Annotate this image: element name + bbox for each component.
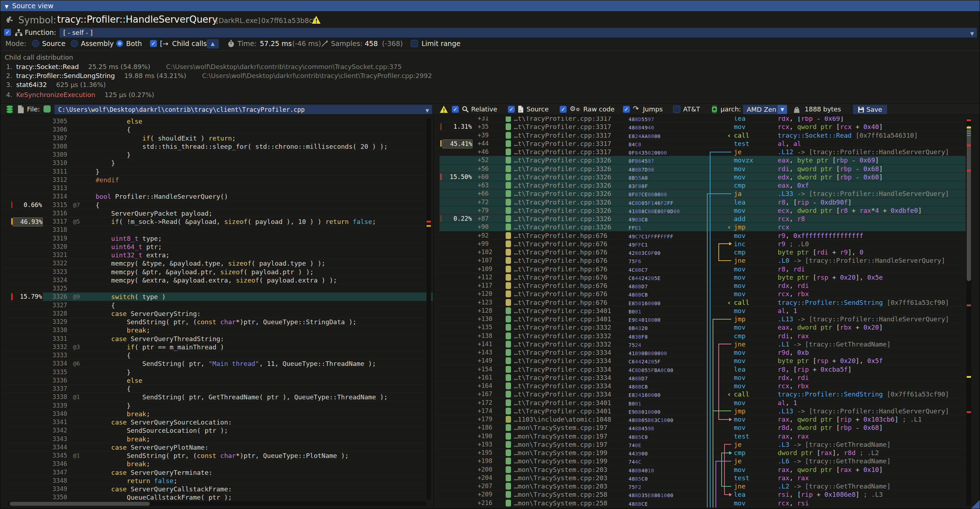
source-line[interactable]: 3327 { [3, 301, 433, 310]
radio-source-label[interactable]: Source [42, 40, 65, 48]
asm-row[interactable]: +216…mon\TracySystem.cpp:258488BCEmovrcx… [434, 499, 966, 507]
chevron-down-icon[interactable]: ▼ [778, 105, 787, 114]
source-line[interactable]: 3333 { [3, 351, 433, 359]
asm-row[interactable]: +79…t\TracyProfiler.cpp:3326418B8C80E0BF… [434, 206, 966, 215]
chevron-down-icon[interactable]: ▼ [425, 106, 429, 115]
asm-row[interactable]: +102…t\TracyProfiler.hpp:67642803C0F00cm… [434, 248, 966, 256]
asm-row[interactable]: +204…mon\TracySystem.cpp:2034885C0testra… [434, 474, 966, 482]
resize-grip[interactable] [970, 499, 980, 509]
asm-row[interactable]: +46…t\TracyProfiler.cpp:33170F8435020000… [434, 148, 966, 156]
asm-row[interactable]: +107…t\TracyProfiler.hpp:67675F6jne.L0 -… [434, 256, 966, 264]
source-line[interactable]: 3323 memcpy( &ptr, &payload.ptr, sizeof(… [3, 268, 433, 276]
source-vertical-scrollbar[interactable] [426, 118, 431, 499]
asm-row[interactable]: +56…t\TracyProfiler.cpp:3326488B7D98movr… [434, 165, 966, 173]
collapse-icon[interactable]: ▼ [5, 3, 9, 10]
asm-row[interactable]: +31…t\TracyProfiler.cpp:3317488D5597lear… [434, 116, 966, 122]
source-line[interactable]: 3334@6 SendString( ptr, "Main thread", 1… [3, 359, 433, 368]
source-line[interactable]: 3309 } [3, 151, 433, 159]
source-line[interactable]: 3348 return false; [3, 477, 433, 485]
asm-row[interactable]: +186…mon\TracySystem.cpp:197448B4598movr… [434, 423, 966, 432]
function-checkbox[interactable]: ✓ [4, 29, 11, 36]
source-line[interactable]: 15.79%3326@9 switch( type ) [3, 293, 433, 301]
limit-range-label[interactable]: Limit range [422, 40, 460, 48]
jumps-label[interactable]: Jumps [643, 105, 663, 113]
asm-row[interactable]: +179…1103\include\atomic:1048488B05B63C1… [434, 415, 966, 423]
asm-row[interactable]: +174…t\TracyProfiler.cpp:3401E9B8010000j… [434, 407, 966, 415]
asm-vertical-scrollbar[interactable] [966, 118, 971, 506]
asm-row[interactable]: +161…t\TracyProfiler.cpp:3334488BD7movrd… [434, 374, 966, 382]
child-call-entry[interactable]: 2.tracy::Profiler::SendLongString19.88 m… [0, 72, 432, 81]
source-horizontal-scrollbar[interactable] [8, 501, 426, 506]
source-line[interactable]: 3330 break; [3, 326, 433, 334]
source-line[interactable]: 3311} [3, 167, 433, 176]
file-path-select[interactable]: C:\Users\wolf\Desktop\darkrl\contrib\tra… [54, 105, 432, 114]
asm-row[interactable]: +198…mon\TracySystem.cpp:199744Cje.L6 ->… [434, 457, 966, 465]
source-line[interactable]: 3308 std::this_thread::sleep_for( std::c… [3, 142, 433, 151]
source-line[interactable]: 3313 [3, 184, 433, 192]
asm-row[interactable]: +149…t\TracyProfiler.cpp:3334C64424205Fm… [434, 356, 966, 365]
source-line[interactable]: 3319 uint8_t type; [3, 234, 433, 243]
source-line[interactable]: 0.66%3315@7{ [3, 201, 433, 209]
asm-row[interactable]: +39…t\TracyProfiler.cpp:3317E824AA0000‹c… [434, 131, 966, 140]
radio-both-label[interactable]: Both [126, 40, 142, 48]
child-calls-checkbox[interactable]: ✓ [150, 40, 157, 47]
source-line[interactable]: 3350 QueueCallstackFrame( ptr ); [3, 493, 433, 501]
source-line[interactable]: 3329 SendString( ptr, (const char*)ptr, … [3, 318, 433, 326]
source-line[interactable]: 3320 uint64_t ptr; [3, 243, 433, 251]
function-select[interactable]: [ - self - ] ▼ [59, 28, 977, 38]
source-line[interactable]: 3337 { [3, 385, 433, 393]
source-line[interactable]: 3344 case ServerQueryPlotName: [3, 443, 433, 452]
asm-row[interactable]: +195…mon\TracySystem.cpp:199443900cmpdwo… [434, 449, 966, 457]
asm-row[interactable]: +123…t\TracyProfiler.hpp:676E850160000‹c… [434, 298, 966, 307]
radio-assembly-label[interactable]: Assembly [81, 40, 114, 48]
source-line[interactable]: 3322 memcpy( &type, &payload.type, sizeo… [3, 259, 433, 267]
asm-row[interactable]: +99…t\TracyProfiler.hpp:67649FFC1incr9 ;… [434, 240, 966, 248]
att-checkbox[interactable] [673, 106, 680, 113]
source-line[interactable]: 3335 } [3, 368, 433, 376]
asm-row[interactable]: 15.50%+60…t\TracyProfiler.cpp:33268B55A0… [434, 173, 966, 181]
asm-row[interactable]: +90…t\TracyProfiler.cpp:3326FFE1‹jmprcx [434, 223, 966, 231]
source-label[interactable]: Source [527, 105, 549, 113]
scrollbar-thumb[interactable] [10, 502, 150, 506]
source-line[interactable]: 3310 } [3, 159, 433, 167]
asm-row[interactable]: +112…t\TracyProfiler.hpp:676C64424205Emo… [434, 273, 966, 282]
jumps-checkbox[interactable]: ✓ [623, 106, 630, 113]
asm-row[interactable]: +164…t\TracyProfiler.cpp:3334488BCBmovrc… [434, 382, 966, 390]
asm-row[interactable]: +109…t\TracyProfiler.hpp:6764C8BC7movr8,… [434, 265, 966, 273]
source-line[interactable]: 3314bool Profiler::HandleServerQuery() [3, 192, 433, 200]
source-line[interactable]: 3312#endif [3, 176, 433, 184]
radio-assembly[interactable] [71, 40, 78, 47]
child-calls-label[interactable]: Child calls [172, 40, 207, 48]
source-line[interactable]: 3349 case ServerQueryCallstackFrame: [3, 485, 433, 493]
asm-row[interactable]: +72…t\TracyProfiler.cpp:33264C8D05F146F2… [434, 198, 966, 206]
source-line[interactable]: 3339 } [3, 401, 433, 410]
radio-source[interactable] [32, 40, 39, 47]
asm-row[interactable]: +117…t\TracyProfiler.hpp:676488BD7movrdx… [434, 282, 966, 290]
asm-row[interactable]: +193…mon\TracySystem.cpp:197740Eje.L3 ->… [434, 441, 966, 449]
source-line[interactable]: 3345@1 SendString( ptr, (const char*)ptr… [3, 452, 433, 460]
source-line[interactable]: 3318 [3, 226, 433, 234]
asm-row[interactable]: +167…t\TracyProfiler.cpp:3334E824160000‹… [434, 390, 966, 398]
child-call-entry[interactable]: 4.KeSynchronizeExecution125 µs (0.27%) [0, 91, 154, 100]
att-label[interactable]: AT&T [683, 105, 700, 113]
child-call-entry[interactable]: 1.tracy::Socket::Read25.25 ms (54.89%)C:… [0, 63, 402, 72]
source-line[interactable]: 3340 break; [3, 410, 433, 418]
source-line[interactable]: 3332@3 if( ptr == m_mainThread ) [3, 343, 433, 351]
asm-row[interactable]: +209…mon\TracySystem.cpp:258488D35E88610… [434, 490, 966, 499]
asm-row[interactable]: 45.41%+44…t\TracyProfiler.cpp:331784C0te… [434, 140, 966, 148]
chevron-down-icon[interactable]: ▼ [970, 29, 974, 38]
source-line[interactable]: 46.93%3317@5 if( !m_sock->Read( &payload… [3, 218, 433, 226]
source-line[interactable]: 3346 break; [3, 460, 433, 468]
asm-row[interactable]: +143…t\TracyProfiler.cpp:333441B90B00000… [434, 348, 966, 356]
asm-row[interactable]: +92…t\TracyProfiler.hpp:67649C7C1FFFFFFF… [434, 232, 966, 240]
radio-both[interactable] [116, 40, 123, 47]
propagate-up-button[interactable]: ▲ [207, 39, 219, 49]
limit-range-checkbox[interactable] [411, 40, 418, 47]
asm-row[interactable]: 1.31%+35…t\TracyProfiler.cpp:3317488B494… [434, 122, 966, 131]
source-line[interactable]: 3336 else [3, 376, 433, 385]
child-call-entry[interactable]: 3.stat64i32625 µs (1.36%) [0, 81, 106, 89]
asm-row[interactable]: +63…t\TracyProfiler.cpp:332683F80Fcmpeax… [434, 181, 966, 189]
source-line[interactable]: 3343 break; [3, 435, 433, 443]
source-line[interactable]: 3342 SendSourceLocation( ptr ); [3, 426, 433, 434]
asm-row[interactable]: +128…t\TracyProfiler.cpp:3401B001moval, … [434, 307, 966, 315]
